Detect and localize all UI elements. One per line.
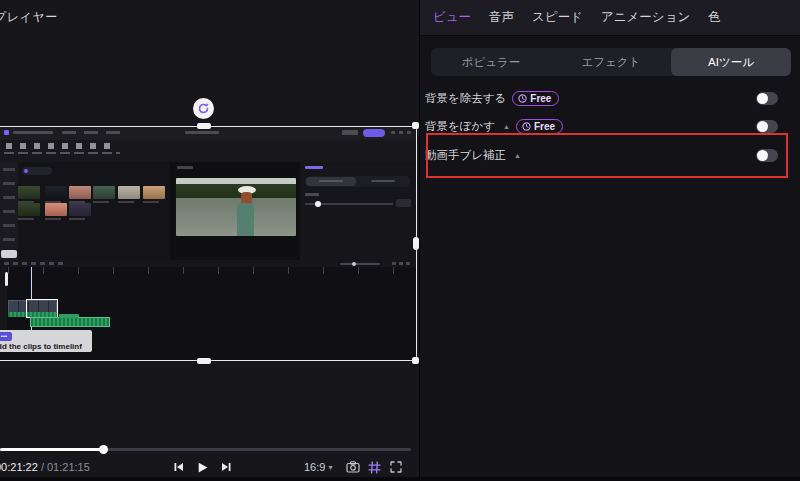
- player-panel-title: プレイヤー: [0, 9, 58, 26]
- play-button[interactable]: [195, 460, 209, 474]
- caret-down-icon: ▾: [328, 463, 332, 472]
- feature-label: 背景を除去する: [425, 91, 506, 106]
- inspector-tab-bar: ビュー 音声 スピード アニメーション 色: [420, 0, 800, 36]
- timeline-audio-clip: [30, 317, 110, 327]
- collapse-icon[interactable]: ▲: [503, 123, 510, 130]
- fullscreen-button[interactable]: [389, 460, 403, 474]
- selection-handle-top[interactable]: [197, 123, 211, 129]
- snapshot-button[interactable]: [346, 460, 360, 474]
- tab-audio[interactable]: 音声: [489, 9, 514, 26]
- media-thumbnail: [69, 203, 91, 216]
- inspector-subtabs: ポピュラー エフェクト AIツール: [431, 48, 791, 76]
- editor-media-panel: [18, 162, 170, 262]
- clock-icon: [518, 94, 527, 103]
- player-seek-bar[interactable]: [0, 448, 411, 451]
- player-timecode: 00:21:22 / 01:21:15: [0, 461, 90, 473]
- collapse-icon[interactable]: ▲: [514, 152, 521, 159]
- editor-toolbar: [0, 140, 417, 162]
- subtab-ai-tools[interactable]: AIツール: [671, 48, 791, 76]
- fullscreen-icon: [390, 461, 402, 473]
- editor-export-button: [363, 129, 385, 137]
- timecode-current: 00:21:22: [0, 461, 38, 473]
- aspect-ratio-label: 16:9: [304, 461, 325, 473]
- selected-clip[interactable]: ••• dd the clips to timelinf: [0, 126, 417, 361]
- feature-row-stabilization: 動画手ブレ補正 ▲: [420, 141, 800, 169]
- prev-frame-button[interactable]: [172, 460, 186, 474]
- subtab-effects[interactable]: エフェクト: [551, 48, 671, 76]
- feature-label: 動画手ブレ補正: [425, 148, 506, 163]
- tab-view[interactable]: ビュー: [433, 9, 471, 26]
- caption-text: dd the clips to timelinf: [0, 342, 82, 351]
- selection-handle-corner-bottom-right[interactable]: [412, 357, 419, 364]
- free-badge: Free: [516, 119, 563, 134]
- media-thumbnail: [45, 203, 67, 216]
- feature-label: 背景をぼかす: [425, 119, 495, 134]
- editor-preview-image: [176, 178, 296, 236]
- media-thumbnail: [69, 186, 91, 199]
- toggle-stabilization[interactable]: [756, 149, 778, 162]
- subtab-popular[interactable]: ポピュラー: [431, 48, 551, 76]
- timecode-separator: /: [38, 461, 47, 473]
- media-thumbnail: [143, 186, 165, 199]
- timeline-ruler: [8, 267, 417, 274]
- next-frame-button[interactable]: [219, 460, 233, 474]
- bottom-edge: [0, 477, 800, 481]
- inspector-panel: ビュー 音声 スピード アニメーション 色 ポピュラー エフェクト AIツール …: [419, 0, 800, 481]
- toggle-remove-background[interactable]: [756, 92, 778, 105]
- clip-caption-overlay: ••• dd the clips to timelinf: [0, 330, 92, 352]
- app-window: プレイヤー: [0, 0, 800, 481]
- media-thumbnail: [118, 186, 140, 199]
- free-badge: Free: [512, 91, 559, 106]
- player-seek-playhead[interactable]: [99, 445, 108, 454]
- toggle-blur-background[interactable]: [756, 120, 778, 133]
- embedded-editor-screenshot: ••• dd the clips to timelinf: [0, 126, 417, 361]
- clock-icon: [522, 122, 531, 131]
- tab-animation[interactable]: アニメーション: [601, 9, 690, 26]
- media-thumbnail: [18, 186, 40, 199]
- media-thumbnail: [93, 186, 115, 199]
- grid-icon: [368, 461, 381, 474]
- free-badge-label: Free: [530, 93, 551, 104]
- feature-row-blur-background: 背景をぼかす ▲ Free: [420, 112, 800, 140]
- player-seek-progress: [0, 448, 104, 451]
- timecode-total: 01:21:15: [47, 461, 90, 473]
- preview-person-body: [237, 203, 254, 236]
- tab-speed[interactable]: スピード: [532, 9, 583, 26]
- media-thumbnail: [45, 186, 67, 199]
- selection-handle-bottom[interactable]: [197, 358, 211, 364]
- rotate-handle[interactable]: [193, 98, 214, 119]
- selection-handle-corner-top-right[interactable]: [412, 122, 419, 129]
- aspect-ratio-button[interactable]: 16:9 ▾: [304, 461, 332, 473]
- caption-badge: •••: [0, 332, 12, 341]
- free-badge-label: Free: [534, 121, 555, 132]
- feature-row-remove-background: 背景を除去する Free: [420, 84, 800, 112]
- tab-color[interactable]: 色: [708, 9, 721, 26]
- grid-overlay-button[interactable]: [367, 460, 381, 474]
- player-panel: プレイヤー: [0, 0, 419, 481]
- editor-timeline: ••• dd the clips to timelinf: [0, 260, 417, 361]
- rotate-icon: [197, 102, 210, 115]
- editor-properties-panel: [300, 162, 417, 262]
- camera-icon: [346, 461, 360, 473]
- editor-category-sidebar: [0, 162, 18, 262]
- media-thumbnail: [18, 203, 40, 216]
